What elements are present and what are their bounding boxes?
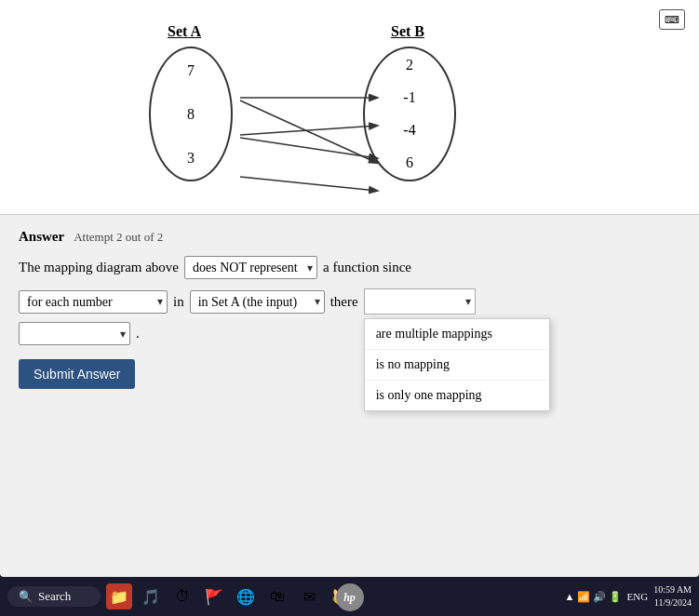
search-icon: 🔍 xyxy=(19,590,33,604)
popup-item-no[interactable]: is no mapping xyxy=(365,350,549,381)
taskbar-icon-store[interactable]: 🛍 xyxy=(264,583,290,609)
date-text: 11/9/2024 xyxy=(653,596,692,609)
mail-icon: ✉ xyxy=(303,588,316,606)
keyboard-icon: ⌨ xyxy=(665,14,679,26)
media-icon: 🎵 xyxy=(141,588,160,606)
sets-container: Set A 7 8 3 Set B 2 -1 -4 6 xyxy=(28,28,671,205)
keyboard-icon-box[interactable]: ⌨ xyxy=(659,9,685,30)
set-a-num-8: 8 xyxy=(187,106,195,123)
taskbar-search[interactable]: 🔍 Search xyxy=(7,586,101,607)
set-a-wrapper: Set A 7 8 3 xyxy=(149,28,233,181)
dropdown4-wrapper[interactable] xyxy=(364,288,476,315)
system-tray-icons: ▲ 📶 🔊 🔋 xyxy=(564,591,621,603)
svg-line-3 xyxy=(240,177,377,191)
language-indicator: ENG xyxy=(627,591,649,602)
there-text: there xyxy=(330,294,358,310)
attempt-text: Attempt 2 out of 2 xyxy=(74,230,163,245)
in-text: in xyxy=(173,294,184,310)
set-a-num-7: 7 xyxy=(187,62,195,79)
blank-dropdown[interactable] xyxy=(19,322,130,345)
set-b-num-neg1: -1 xyxy=(403,89,415,106)
set-a-num-3: 3 xyxy=(187,150,195,167)
mapping-dropdown-popup: are multiple mappings is no mapping is o… xyxy=(364,318,550,411)
set-a-label: Set A xyxy=(168,23,201,40)
dropdown5-wrapper[interactable] xyxy=(19,322,130,345)
search-label: Search xyxy=(38,589,71,604)
hp-text: hp xyxy=(343,591,356,605)
set-b-num-6: 6 xyxy=(406,154,413,171)
sentence-middle: a function since xyxy=(323,260,411,275)
sentence-row-2: for each numberfor at least one number i… xyxy=(19,288,680,315)
taskbar-icon-edge[interactable]: 🌐 xyxy=(233,583,259,609)
store-icon: 🛍 xyxy=(270,588,285,605)
taskbar-icon-timer[interactable]: ⏱ xyxy=(169,583,195,609)
set-b-oval: 2 -1 -4 6 xyxy=(363,47,456,181)
submit-answer-button[interactable]: Submit Answer xyxy=(19,359,135,389)
svg-line-1 xyxy=(240,126,377,135)
set-a-input-dropdown[interactable]: in Set A (the input)in Set B (the output… xyxy=(190,290,325,314)
taskbar-icon-files[interactable]: 📁 xyxy=(106,583,132,609)
does-not-represent-dropdown[interactable]: representsdoes NOT represent xyxy=(184,256,317,279)
set-a-oval: 7 8 3 xyxy=(149,47,233,181)
set-b-wrapper: Set B 2 -1 -4 6 xyxy=(363,28,456,181)
answer-label: Answer xyxy=(19,229,64,245)
sentence-row-3: . xyxy=(19,322,680,345)
sentence-row-1: The mapping diagram above representsdoes… xyxy=(19,256,680,279)
dropdown1-wrapper[interactable]: representsdoes NOT represent xyxy=(184,256,317,279)
there-value-input[interactable] xyxy=(364,288,476,315)
period-text: . xyxy=(136,326,140,341)
diagram-area: Set A 7 8 3 Set B 2 -1 -4 6 xyxy=(0,0,699,214)
for-each-number-dropdown[interactable]: for each numberfor at least one number xyxy=(19,290,168,314)
main-screen: Set A 7 8 3 Set B 2 -1 -4 6 xyxy=(0,0,699,577)
taskbar-icon-flag[interactable]: 🚩 xyxy=(201,583,227,609)
taskbar-icon-media[interactable]: 🎵 xyxy=(138,583,164,609)
dropdown3-wrapper[interactable]: in Set A (the input)in Set B (the output… xyxy=(190,290,325,314)
set-b-num-neg4: -4 xyxy=(403,122,415,139)
popup-item-only-one[interactable]: is only one mapping xyxy=(365,381,549,410)
svg-line-4 xyxy=(240,100,377,163)
edge-icon: 🌐 xyxy=(236,588,255,606)
set-b-num-2: 2 xyxy=(406,57,413,74)
svg-line-2 xyxy=(240,138,377,158)
flag-icon: 🚩 xyxy=(205,588,223,606)
popup-item-multiple[interactable]: are multiple mappings xyxy=(365,319,549,350)
time-text: 10:59 AM xyxy=(653,583,692,596)
taskbar-icon-mail[interactable]: ✉ xyxy=(296,583,322,609)
set-b-label: Set B xyxy=(391,23,424,40)
dropdown2-wrapper[interactable]: for each numberfor at least one number xyxy=(19,290,168,314)
sentence-prefix: The mapping diagram above xyxy=(19,260,179,275)
answer-section: ⌨ Answer Attempt 2 out of 2 The mapping … xyxy=(0,214,699,403)
timer-icon: ⏱ xyxy=(175,588,190,605)
time-display: 10:59 AM 11/9/2024 xyxy=(653,583,692,609)
there-dropdown-container: are multiple mappings is no mapping is o… xyxy=(364,288,476,315)
hp-logo: hp xyxy=(336,583,364,611)
answer-header: Answer Attempt 2 out of 2 xyxy=(19,229,680,245)
files-icon: 📁 xyxy=(110,588,128,606)
taskbar-right: ▲ 📶 🔊 🔋 ENG 10:59 AM 11/9/2024 xyxy=(564,583,692,609)
